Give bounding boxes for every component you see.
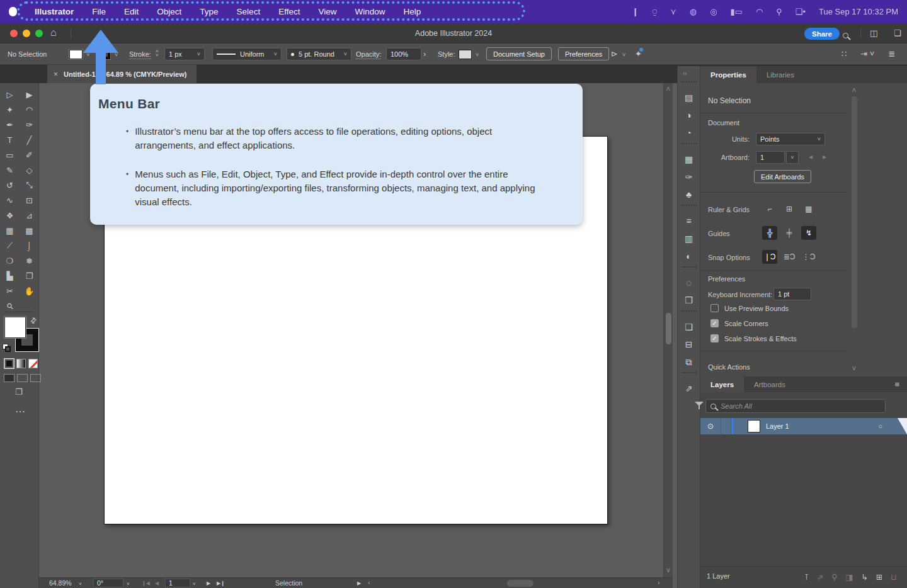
lock-guides-icon[interactable]: ╪ [782,226,797,240]
hscroll-right-icon[interactable]: › [658,579,660,586]
scale-tool[interactable]: ⤡ [20,178,39,193]
checkbox[interactable]: ✓ [710,334,719,342]
menu-select[interactable]: Select [237,7,261,16]
blend-tool[interactable]: ❍ [0,253,20,268]
menu-edit[interactable]: Edit [124,7,139,16]
gradient-panel-icon[interactable]: ▥ [678,230,700,247]
menubar-clock[interactable]: Tue Sep 17 10:32 PM [819,7,898,16]
artboard-nav-chevron-icon[interactable]: ˅ [193,581,196,587]
checkbox[interactable] [710,304,719,312]
shaper-tool[interactable]: ✎ [0,162,20,178]
make-clip-mask-icon[interactable]: ◨ [845,572,853,582]
symbols-panel-icon[interactable]: ♣ [678,186,700,203]
lasso-tool[interactable]: ◠ [20,102,39,117]
canvas-vertical-scrollbar[interactable]: ᐱ ᐯ [663,83,673,577]
eyedropper-tool[interactable]: ⌡ [20,238,39,253]
magic-wand-tool[interactable]: ✦ [0,102,20,117]
width-tool[interactable]: ∿ [0,193,20,208]
show-grid-icon[interactable]: ⊞ [782,202,797,216]
snap-to-point-icon[interactable]: ❘Ɔ [762,250,777,264]
properties-panel-icon[interactable]: ▤ [678,89,700,106]
menu-type[interactable]: Type [200,7,218,16]
layer-target-icon[interactable]: ○ [878,422,882,430]
rotate-tool[interactable]: ↺ [0,178,20,193]
screen-mode-icon[interactable]: ❐ [15,387,23,397]
menu-window[interactable]: Window [355,7,385,16]
panel-toggle-icon[interactable]: ❏ [894,28,901,38]
next-artboard-nav-icon[interactable]: ▶ [823,154,826,160]
menu-file[interactable]: File [92,7,106,16]
menu-help[interactable]: Help [403,7,421,16]
keyboard-brightness-icon[interactable]: ⍜ [652,7,657,17]
horizontal-scroll-thumb[interactable] [507,580,533,587]
stroke-width-stepper[interactable]: ˄ ˅ [156,50,159,57]
opacity-link[interactable]: Opacity: [356,50,381,59]
symbol-sprayer-tool[interactable]: ❅ [20,253,39,268]
menu-object[interactable]: Object [157,7,181,16]
type-tool[interactable]: T [0,132,20,147]
stepper-down-icon[interactable]: ˅ [156,54,159,57]
next-artboard-icon[interactable]: ▶ [207,580,210,586]
default-fill-stroke-icon[interactable] [3,344,11,352]
show-rulers-icon[interactable]: ⌐ [762,202,777,216]
gradient-button[interactable] [16,359,26,368]
layer-row[interactable]: ⊙ Layer 1 ○ [700,418,907,434]
stroke-panel-icon[interactable]: ≡ [678,212,700,230]
swatches-panel-icon[interactable]: ▦ [678,150,700,168]
draw-normal-mode[interactable] [4,374,14,382]
snapping-toggle-icon[interactable]: ⇥ ˅ [860,49,874,59]
prev-artboard-nav-icon[interactable]: ◀ [809,154,813,160]
menu-illustrator[interactable]: Illustrator [35,7,74,16]
artboard-tool[interactable]: ❐ [20,268,39,283]
apple-icon[interactable] [9,7,17,16]
gradient-tool[interactable]: ▩ [20,223,39,238]
paintbrush-tool[interactable]: ✐ [20,147,39,162]
menu-effect[interactable]: Effect [278,7,300,16]
scroll-down-icon[interactable]: ᐯ [664,568,673,574]
eraser-tool[interactable]: ◇ [20,162,39,178]
dock-collapse-icon[interactable]: ‹‹ [683,70,687,77]
export-icon[interactable]: ⇗ [817,572,823,582]
knife-tool[interactable]: ⟋ [0,238,20,253]
selection-options-icon[interactable]: ⊳ [611,49,618,59]
units-select[interactable]: Points ˅ [756,133,825,145]
rotation-field[interactable]: 0° [93,579,123,587]
artboard-nav-field[interactable]: 1 [165,579,190,587]
scale-strokes-effects-checkbox[interactable]: ✓ Scale Strokes & Effects [710,334,797,342]
curvature-tool[interactable]: ✑ [20,117,39,132]
tab-artboards[interactable]: Artboards [744,376,796,392]
style-chevron-icon[interactable]: ˅ [476,52,479,58]
first-artboard-icon[interactable]: ❙◀ [142,580,150,586]
props-scroll-down-icon[interactable]: ᐯ [849,366,859,371]
opacity-input[interactable]: 100% [386,48,421,60]
lock-column[interactable] [721,418,731,434]
search-icon[interactable] [843,33,848,38]
new-layer-icon[interactable]: ⊞ [876,572,882,582]
vertical-scroll-thumb[interactable] [666,313,671,344]
perspective-grid-tool[interactable]: ⊿ [20,208,39,223]
spotlight-icon[interactable]: ⚲ [776,7,782,16]
stroke-link[interactable]: Stroke: [129,50,151,59]
generative-ai-icon[interactable]: ✦ [635,49,642,59]
align-panel-icon[interactable]: ⊟ [678,336,700,353]
color-button[interactable] [4,359,14,368]
column-graph-tool[interactable]: ▙ [0,268,20,283]
selection-tool[interactable]: ▷ [0,87,20,102]
hand-tool[interactable]: ✋ [20,283,39,298]
color-panel-icon[interactable]: ◑ [678,106,700,124]
show-transparency-grid-icon[interactable]: ▩ [801,202,816,216]
artboards-panel-icon[interactable]: ❑ [678,318,700,336]
status-expand-icon[interactable]: ▶ [357,580,361,586]
screen-record-icon[interactable]: ◎ [710,7,717,16]
shape-builder-tool[interactable]: ❖ [0,208,20,223]
opacity-more-icon[interactable]: › [423,49,426,59]
universal-control-icon[interactable]: ⋎ [670,7,676,16]
tab-properties[interactable]: Properties [700,66,756,83]
gradient-fan-panel-icon[interactable]: ◔ [678,124,700,142]
layers-panel-menu-icon[interactable]: ≡ [894,380,899,389]
transparency-panel-icon[interactable]: ◐ [678,247,700,265]
scroll-up-icon[interactable]: ᐱ [664,86,673,92]
checkbox[interactable]: ✓ [710,319,719,327]
preferences-button[interactable]: Preferences [558,47,609,60]
close-tab-icon[interactable]: × [54,70,58,79]
